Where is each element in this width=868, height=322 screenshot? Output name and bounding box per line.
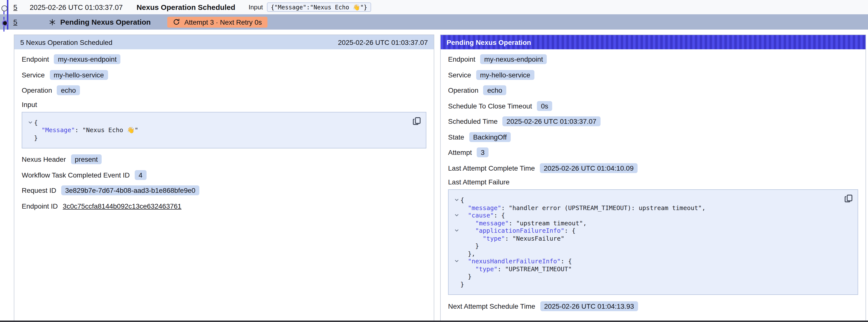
code-line: "type": "UPSTREAM_TIMEOUT" xyxy=(453,265,851,273)
field-label: Next Attempt Schedule Time xyxy=(448,302,535,310)
pending-operation-title: Pending Nexus Operation xyxy=(60,18,151,26)
field-label: Service xyxy=(22,71,45,79)
field-label: Scheduled Time xyxy=(448,117,498,125)
pending-event-id-link[interactable]: 5 xyxy=(13,18,17,26)
right-fields-bottom: Next Attempt Schedule Time2025-02-26 UTC… xyxy=(448,301,858,312)
right-fields-top: Endpointmy-nexus-endpointServicemy-hello… xyxy=(448,54,858,173)
field-value-badge: 2025-02-26 UTC 01:04:13.93 xyxy=(540,301,638,311)
code-line: } xyxy=(453,273,851,280)
field-label: Operation xyxy=(22,86,52,94)
bottom-edge xyxy=(0,321,868,322)
event-detail-header-title: 5 Nexus Operation Scheduled xyxy=(20,38,113,46)
code-line: "cause": { xyxy=(453,212,851,219)
field-label: Operation xyxy=(448,86,478,94)
collapse-chevron-icon[interactable] xyxy=(453,212,460,219)
field-value-badge: present xyxy=(71,154,102,164)
code-text: "applicationFailureInfo": { xyxy=(460,227,576,234)
code-text: { xyxy=(34,119,38,126)
event-id-link[interactable]: 5 xyxy=(13,3,17,11)
field-request-id: Request ID3e829b7e-7d67-4b08-aad3-b1e868… xyxy=(22,185,426,196)
code-text: } xyxy=(34,134,38,141)
field-value-link[interactable]: 3c0c75ccfa8144b092c13ce632463761 xyxy=(63,202,181,210)
field-value-badge: my-nexus-endpoint xyxy=(480,54,547,64)
field-label: Attempt xyxy=(448,149,472,156)
event-title: Nexus Operation Scheduled xyxy=(136,3,235,11)
field-value-badge: 2025-02-26 UTC 01:03:37.07 xyxy=(503,117,600,126)
code-text: "message": "upstream timeout", xyxy=(460,219,587,227)
failure-json-code: { "message": "handler error (UPSTREAM_TI… xyxy=(453,196,851,288)
code-text: "Message": "Nexus Echo 👋" xyxy=(34,126,138,134)
collapse-chevron-icon[interactable] xyxy=(453,227,460,234)
field-service: Servicemy-hello-service xyxy=(22,69,426,80)
left-fields-bottom: Nexus HeaderpresentWorkflow Task Complet… xyxy=(22,154,426,211)
event-detail-panel: 5 Nexus Operation Scheduled 2025-02-26 U… xyxy=(14,34,434,322)
left-fields-top: Endpointmy-nexus-endpointServicemy-hello… xyxy=(22,54,426,96)
field-last-attempt-complete-time: Last Attempt Complete Time2025-02-26 UTC… xyxy=(448,162,858,173)
event-detail-header: 5 Nexus Operation Scheduled 2025-02-26 U… xyxy=(14,35,434,49)
event-timestamp: 2025-02-26 UTC 01:03:37.07 xyxy=(30,3,123,11)
collapse-chevron-icon[interactable] xyxy=(453,196,460,204)
timeline-dashed-connector xyxy=(3,26,4,32)
field-next-attempt-schedule-time: Next Attempt Schedule Time2025-02-26 UTC… xyxy=(448,301,858,312)
field-workflow-task-completed-event-id: Workflow Task Completed Event ID4 xyxy=(22,169,426,180)
code-text: "nexusHandlerFailureInfo": { xyxy=(460,257,572,265)
field-operation: Operationecho xyxy=(22,85,426,96)
field-label: Service xyxy=(448,71,471,79)
code-text: "type": "UPSTREAM_TIMEOUT" xyxy=(460,265,572,273)
code-line: "applicationFailureInfo": { xyxy=(453,227,851,234)
copy-icon[interactable] xyxy=(412,117,421,125)
field-value-badge: 3e829b7e-7d67-4b08-aad3-b1e868bfe9e0 xyxy=(61,185,199,195)
collapse-chevron-icon[interactable] xyxy=(26,119,34,126)
field-value-badge: my-hello-service xyxy=(476,70,534,79)
code-line: { xyxy=(453,196,851,204)
code-gutter xyxy=(453,280,460,288)
code-gutter xyxy=(453,242,460,250)
field-label: Schedule To Close Timeout xyxy=(448,102,532,110)
event-detail-header-timestamp: 2025-02-26 UTC 01:03:37.07 xyxy=(338,38,428,46)
event-row-scheduled[interactable]: 5 2025-02-26 UTC 01:03:37.07 Nexus Opera… xyxy=(0,0,868,14)
code-text: }, xyxy=(460,250,475,257)
code-gutter xyxy=(26,134,34,141)
input-json-code: { "Message": "Nexus Echo 👋"} xyxy=(26,119,419,141)
event-input-preview: {"Message":"Nexus Echo 👋"} xyxy=(267,2,371,12)
field-value-badge: my-hello-service xyxy=(50,70,108,79)
code-gutter xyxy=(453,250,460,257)
field-label: State xyxy=(448,133,464,141)
code-line: "message": "handler error (UPSTREAM_TIME… xyxy=(453,204,851,212)
field-value-badge: 2025-02-26 UTC 01:04:10.09 xyxy=(540,163,638,173)
code-line: } xyxy=(453,242,851,250)
field-label: Endpoint xyxy=(22,55,49,63)
copy-icon[interactable] xyxy=(844,194,853,203)
field-value-badge: 4 xyxy=(135,170,147,180)
code-text: { xyxy=(460,196,464,204)
code-line: { xyxy=(26,119,419,126)
event-input-label: Input xyxy=(249,3,263,11)
code-line: "Message": "Nexus Echo 👋" xyxy=(26,126,419,134)
code-text: "message": "handler error (UPSTREAM_TIME… xyxy=(460,204,705,212)
input-section-label: Input xyxy=(22,100,426,108)
code-gutter xyxy=(453,204,460,212)
code-gutter xyxy=(453,219,460,227)
field-value-badge: BackingOff xyxy=(469,132,510,142)
timeline-current-node-icon xyxy=(2,20,8,26)
code-line: } xyxy=(453,280,851,288)
field-label: Request ID xyxy=(22,186,56,194)
field-value-badge: 3 xyxy=(477,148,489,157)
field-label: Last Attempt Complete Time xyxy=(448,164,535,172)
field-operation: Operationecho xyxy=(448,85,858,96)
collapse-chevron-icon[interactable] xyxy=(453,257,460,265)
field-endpoint: Endpointmy-nexus-endpoint xyxy=(22,54,426,65)
event-history-detail-view: 5 2025-02-26 UTC 01:03:37.07 Nexus Opera… xyxy=(0,0,868,322)
field-nexus-header: Nexus Headerpresent xyxy=(22,154,426,165)
code-text: } xyxy=(460,280,464,288)
code-text: "type": "NexusFailure" xyxy=(460,234,564,242)
pending-asterisk-icon xyxy=(49,19,56,25)
attempt-retry-text: Attempt 3 · Next Retry 0s xyxy=(184,18,262,26)
field-schedule-to-close-timeout: Schedule To Close Timeout0s xyxy=(448,100,858,111)
pending-operation-row[interactable]: 5 Pending Nexus Operation Attempt 3 · Ne… xyxy=(0,14,868,30)
code-gutter xyxy=(26,126,34,134)
code-gutter xyxy=(453,234,460,242)
code-text: } xyxy=(460,242,479,250)
timeline-dashed-connector xyxy=(3,11,4,20)
timeline-open-node-icon xyxy=(1,5,7,11)
